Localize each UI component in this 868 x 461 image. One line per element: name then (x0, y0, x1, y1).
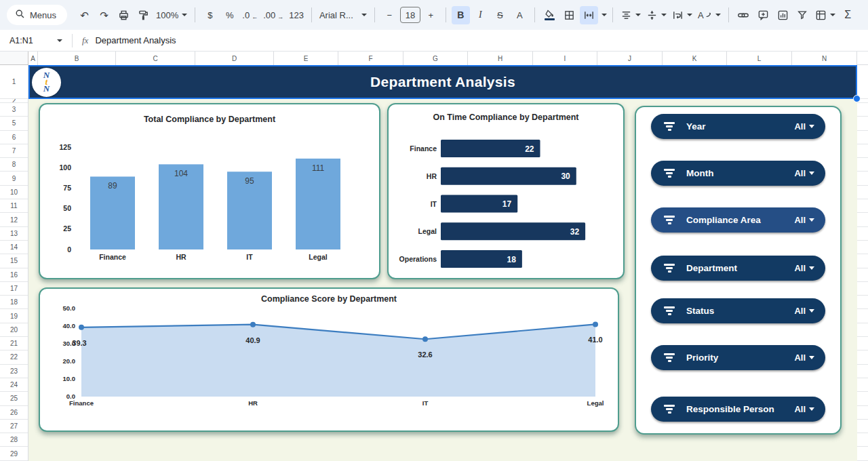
text-rotation-button[interactable]: A (696, 6, 723, 24)
create-filter-button[interactable] (793, 6, 812, 24)
increase-decimal-button[interactable]: .00→ (261, 6, 285, 24)
slicer-priority[interactable]: PriorityAll (651, 345, 825, 370)
compliance-score-chart-card[interactable]: Compliance Score by Department0.010.020.… (39, 287, 619, 432)
row-header-19[interactable]: 19 (0, 309, 28, 323)
empty-cell[interactable] (857, 199, 868, 213)
column-header-K[interactable]: K (663, 52, 727, 65)
slicer-value-dropdown[interactable]: All (794, 353, 814, 363)
redo-button[interactable]: ↷ (95, 6, 113, 24)
empty-cell[interactable] (857, 186, 868, 199)
row-header-5[interactable]: 5 (0, 117, 28, 130)
sheet-area[interactable]: N t N Department Analysis Total Complian… (28, 65, 868, 461)
row-header-6[interactable]: 6 (0, 131, 28, 144)
decrease-decimal-button[interactable]: .0← (240, 6, 260, 24)
column-header-C[interactable]: C (116, 52, 195, 65)
zoom-select[interactable]: 100% (154, 6, 189, 24)
row-header-3[interactable]: 3 (0, 103, 28, 117)
column-header-A[interactable]: A (28, 52, 38, 65)
row-header-21[interactable]: 21 (0, 337, 28, 350)
paint-format-button[interactable] (134, 6, 153, 24)
column-header-E[interactable]: E (274, 52, 338, 65)
slicer-compliance-area[interactable]: Compliance AreaAll (651, 207, 825, 233)
slicer-value-dropdown[interactable]: All (794, 404, 814, 414)
empty-cell[interactable] (857, 103, 868, 117)
empty-cell[interactable] (857, 296, 868, 309)
font-family-select[interactable]: Arial R... (317, 6, 369, 24)
slicer-year[interactable]: YearAll (651, 114, 825, 139)
column-header-J[interactable]: J (597, 52, 663, 65)
empty-cell[interactable] (857, 447, 868, 460)
row-header-25[interactable]: 25 (0, 392, 28, 405)
empty-cell[interactable] (857, 268, 868, 282)
empty-cell[interactable] (857, 254, 868, 268)
empty-cell[interactable] (857, 144, 868, 158)
column-header-F[interactable]: F (338, 52, 403, 65)
column-header-D[interactable]: D (195, 52, 274, 65)
empty-cell[interactable] (857, 323, 868, 337)
italic-button[interactable]: I (471, 6, 490, 24)
menus-search[interactable]: Menus (7, 5, 67, 25)
slicer-value-dropdown[interactable]: All (794, 168, 814, 178)
row-header-13[interactable]: 13 (0, 227, 28, 241)
row-header-1[interactable]: 1 (0, 65, 28, 99)
row-header-29[interactable]: 29 (0, 447, 28, 460)
fill-handle[interactable] (853, 95, 861, 102)
empty-cell[interactable] (857, 131, 868, 144)
fill-color-button[interactable] (540, 6, 559, 24)
name-box[interactable]: A1:N1 (0, 36, 68, 45)
column-header-B[interactable]: B (38, 52, 116, 65)
empty-cell[interactable] (857, 282, 868, 296)
title-banner[interactable]: N t N Department Analysis (28, 65, 857, 99)
vertical-align-button[interactable] (644, 6, 669, 24)
row-header-8[interactable]: 8 (0, 158, 28, 172)
print-button[interactable] (115, 6, 133, 24)
currency-format-button[interactable]: $ (201, 6, 219, 24)
row-header-24[interactable]: 24 (0, 378, 28, 392)
empty-cell[interactable] (857, 392, 868, 405)
slicer-department[interactable]: DepartmentAll (651, 256, 825, 281)
empty-cell[interactable] (857, 365, 868, 378)
insert-link-button[interactable] (734, 6, 753, 24)
text-wrap-button[interactable] (670, 6, 694, 24)
row-header-10[interactable]: 10 (0, 186, 28, 199)
percent-format-button[interactable]: % (220, 6, 239, 24)
insert-chart-button[interactable] (774, 6, 792, 24)
row-header-14[interactable]: 14 (0, 241, 28, 254)
empty-cell[interactable] (857, 420, 868, 433)
row-header-22[interactable]: 22 (0, 350, 28, 364)
font-size-input[interactable]: 18 (400, 7, 420, 23)
column-header-H[interactable]: H (468, 52, 533, 65)
empty-cell[interactable] (857, 337, 868, 350)
row-header-26[interactable]: 26 (0, 406, 28, 420)
ontime-compliance-chart-card[interactable]: On Time Compliance by DepartmentFinance2… (387, 103, 625, 279)
row-header-11[interactable]: 11 (0, 199, 28, 213)
column-header-G[interactable]: G (403, 52, 468, 65)
functions-button[interactable]: Σ (839, 6, 857, 24)
select-all-corner[interactable] (0, 52, 28, 65)
decrease-font-size-button[interactable]: − (380, 6, 399, 24)
empty-cell[interactable] (857, 172, 868, 185)
empty-cell[interactable] (857, 241, 868, 254)
row-header-17[interactable]: 17 (0, 282, 28, 296)
bold-button[interactable]: B (452, 6, 470, 24)
slicer-value-dropdown[interactable]: All (794, 215, 814, 225)
column-header-I[interactable]: I (533, 52, 597, 65)
pivot-table-button[interactable] (813, 6, 837, 24)
column-header-N[interactable]: N (792, 52, 857, 65)
empty-cell[interactable] (857, 406, 868, 420)
text-color-button[interactable]: A (511, 6, 529, 24)
slicer-month[interactable]: MonthAll (651, 161, 825, 186)
column-header-L[interactable]: L (727, 52, 792, 65)
row-header-9[interactable]: 9 (0, 172, 28, 185)
empty-cell[interactable] (857, 350, 868, 364)
row-header-28[interactable]: 28 (0, 433, 28, 447)
row-header-20[interactable]: 20 (0, 323, 28, 337)
slicer-value-dropdown[interactable]: All (794, 263, 814, 273)
borders-button[interactable] (560, 6, 578, 24)
slicer-responsible-person[interactable]: Responsible PersonAll (651, 397, 825, 422)
empty-cells-strip[interactable] (857, 65, 868, 461)
empty-cell[interactable] (857, 158, 868, 172)
row-header-16[interactable]: 16 (0, 268, 28, 282)
slicer-status[interactable]: StatusAll (651, 298, 825, 323)
empty-cell[interactable] (857, 117, 868, 130)
